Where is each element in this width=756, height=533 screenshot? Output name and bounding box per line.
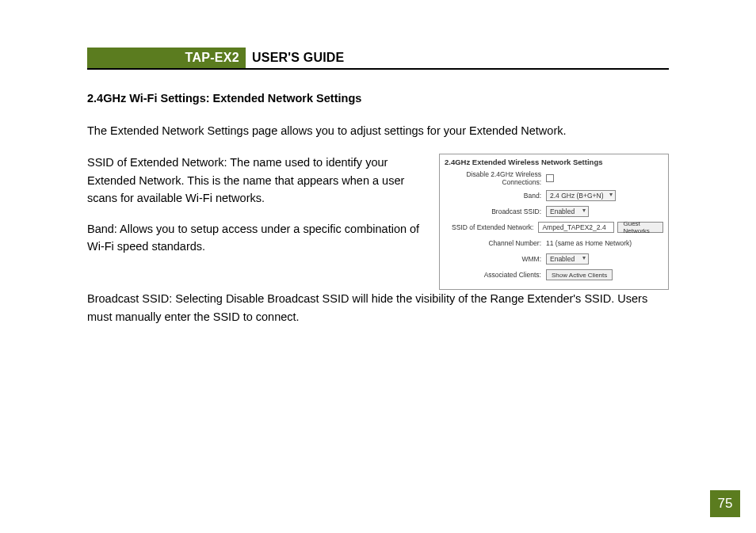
row-band: Band: 2.4 GHz (B+G+N) xyxy=(445,189,663,202)
document-header: TAP-EX2 USER'S GUIDE xyxy=(87,48,669,70)
broadcast-ssid-select[interactable]: Enabled xyxy=(546,206,589,217)
wmm-label: WMM: xyxy=(445,255,546,263)
row-ssid-extended: SSID of Extended Network: Amped_TAPEX2_2… xyxy=(445,221,663,234)
broadcast-paragraph: Broadcast SSID: Selecting Disable Broadc… xyxy=(87,290,669,326)
disable-wireless-label: Disable 2.4GHz Wireless Connections: xyxy=(445,170,546,186)
page-number: 75 xyxy=(710,490,740,517)
guest-networks-button[interactable]: Guest Networks xyxy=(617,222,663,233)
row-disable-wireless: Disable 2.4GHz Wireless Connections: xyxy=(445,170,663,186)
guide-title: USER'S GUIDE xyxy=(246,48,344,68)
ssid-extended-label: SSID of Extended Network: xyxy=(445,223,538,231)
intro-paragraph: The Extended Network Settings page allow… xyxy=(87,122,669,139)
ssid-paragraph: SSID of Extended Network: The name used … xyxy=(87,154,426,207)
row-broadcast-ssid: Broadcast SSID: Enabled xyxy=(445,205,663,218)
broadcast-ssid-label: Broadcast SSID: xyxy=(445,207,546,215)
ssid-extended-input[interactable]: Amped_TAPEX2_2.4 xyxy=(538,222,614,233)
show-active-clients-button[interactable]: Show Active Clients xyxy=(546,269,613,280)
settings-screenshot-panel: 2.4GHz Extended Wireless Network Setting… xyxy=(439,154,669,290)
panel-title: 2.4GHz Extended Wireless Network Setting… xyxy=(445,158,663,166)
row-channel-number: Channel Number: 11 (same as Home Network… xyxy=(445,237,663,249)
disable-wireless-checkbox[interactable] xyxy=(546,174,554,182)
channel-number-label: Channel Number: xyxy=(445,239,546,247)
band-paragraph: Band: Allows you to setup access under a… xyxy=(87,220,426,256)
section-heading: 2.4GHz Wi-Fi Settings: Extended Network … xyxy=(87,92,669,105)
product-badge: TAP-EX2 xyxy=(87,48,246,68)
associated-clients-label: Associated Clients: xyxy=(445,271,546,279)
wmm-select[interactable]: Enabled xyxy=(546,253,589,265)
channel-number-value: 11 (same as Home Network) xyxy=(546,239,632,247)
band-select[interactable]: 2.4 GHz (B+G+N) xyxy=(546,190,616,201)
row-wmm: WMM: Enabled xyxy=(445,253,663,265)
band-label: Band: xyxy=(445,192,546,200)
row-associated-clients: Associated Clients: Show Active Clients xyxy=(445,268,663,281)
